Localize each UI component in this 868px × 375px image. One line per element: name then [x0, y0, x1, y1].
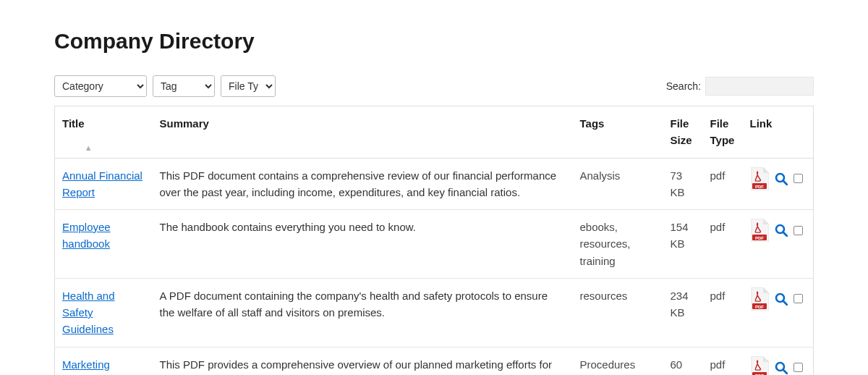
filetype-select[interactable]: File Ty…	[221, 75, 276, 97]
pdf-icon[interactable]: PDF	[750, 167, 769, 190]
controls-row: Category Tag File Ty… Search:	[54, 75, 814, 97]
search-label: Search:	[666, 80, 701, 92]
preview-icon[interactable]	[775, 224, 788, 237]
tag-select[interactable]: Tag	[153, 75, 215, 97]
preview-icon[interactable]	[775, 292, 788, 306]
doc-title-link[interactable]: Marketing Strategy	[62, 358, 110, 376]
doc-summary: A PDF document containing the company's …	[160, 290, 548, 319]
filters-group: Category Tag File Ty…	[54, 75, 276, 97]
search-group: Search:	[666, 77, 814, 96]
table-row: Annual Financial Report This PDF documen…	[55, 158, 814, 210]
pdf-icon[interactable]: PDF	[750, 356, 769, 376]
svg-text:PDF: PDF	[755, 184, 764, 188]
page-title: Company Directory	[54, 29, 814, 54]
doc-title-link[interactable]: Health and Safety Guidelines	[62, 290, 115, 336]
doc-size: 234 KB	[663, 278, 703, 347]
row-checkbox[interactable]	[793, 226, 803, 235]
doc-ftype: pdf	[703, 210, 743, 279]
preview-icon[interactable]	[775, 361, 788, 374]
documents-table: Title ▲ Summary Tags File Size File Type…	[54, 106, 814, 375]
doc-title-link[interactable]: Annual Financial Report	[62, 169, 142, 198]
row-checkbox[interactable]	[793, 363, 803, 372]
doc-size: 154 KB	[663, 210, 703, 279]
svg-text:PDF: PDF	[755, 304, 764, 308]
svg-line-15	[783, 370, 787, 374]
row-checkbox[interactable]	[793, 174, 803, 183]
doc-size: 73 KB	[663, 158, 703, 210]
doc-tags: Procedures	[573, 347, 663, 375]
svg-line-7	[783, 232, 787, 236]
col-header-summary[interactable]: Summary	[153, 106, 573, 159]
svg-line-3	[783, 181, 787, 185]
sort-asc-icon: ▲	[85, 143, 93, 152]
col-header-link[interactable]: Link	[743, 106, 814, 159]
doc-title-link[interactable]: Employee handbook	[62, 221, 111, 250]
doc-summary: This PDF document contains a comprehensi…	[160, 169, 557, 198]
pdf-icon[interactable]: PDF	[750, 219, 769, 242]
row-checkbox[interactable]	[793, 294, 803, 303]
doc-tags: ebooks, resources, training	[573, 210, 663, 279]
search-input[interactable]	[705, 77, 814, 96]
col-header-ftype[interactable]: File Type	[703, 106, 743, 159]
doc-summary: The handbook contains everything you nee…	[160, 221, 416, 233]
doc-ftype: pdf	[703, 158, 743, 210]
svg-text:PDF: PDF	[755, 236, 764, 240]
preview-icon[interactable]	[775, 172, 788, 185]
table-row: Employee handbook The handbook contains …	[55, 210, 814, 279]
category-select[interactable]: Category	[54, 75, 147, 97]
col-header-tags[interactable]: Tags	[573, 106, 663, 159]
doc-ftype: pdf	[703, 278, 743, 347]
table-row: Health and Safety Guidelines A PDF docum…	[55, 278, 814, 347]
col-header-title[interactable]: Title ▲	[55, 106, 153, 159]
pdf-icon[interactable]: PDF	[750, 287, 769, 311]
col-header-size[interactable]: File Size	[663, 106, 703, 159]
doc-summary: This PDF provides a comprehensive overvi…	[160, 358, 552, 376]
svg-line-11	[783, 301, 787, 305]
doc-tags: resources	[573, 278, 663, 347]
table-row: Marketing Strategy This PDF provides a c…	[55, 347, 814, 375]
doc-size: 60 KB	[663, 347, 703, 375]
doc-ftype: pdf	[703, 347, 743, 375]
doc-tags: Analysis	[573, 158, 663, 210]
table-header-row: Title ▲ Summary Tags File Size File Type…	[55, 106, 814, 159]
